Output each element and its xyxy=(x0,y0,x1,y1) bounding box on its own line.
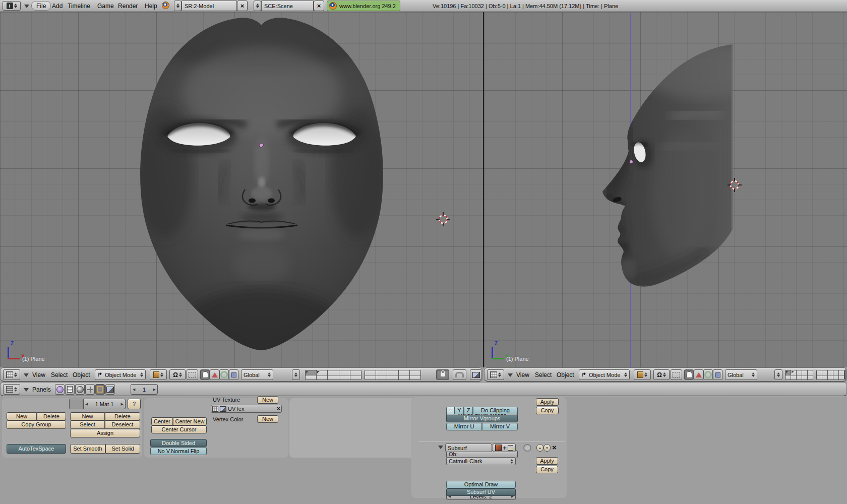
material-assign-button[interactable]: Assign xyxy=(70,429,140,437)
editor-type-button[interactable] xyxy=(3,369,20,380)
draw-type-dropdown[interactable] xyxy=(634,369,651,380)
modifier-move-up-button[interactable]: ▲ xyxy=(536,444,543,452)
autotexspace-toggle[interactable]: AutoTexSpace xyxy=(7,444,66,454)
menu-object[interactable]: Object xyxy=(557,371,574,379)
material-slot-spinner[interactable]: ◀ 1 Mat 1 ▶ xyxy=(83,399,126,409)
mirror-axis-x-toggle[interactable]: X xyxy=(446,407,455,414)
set-solid-button[interactable]: Set Solid xyxy=(105,444,140,454)
scale-manipulator-button[interactable] xyxy=(713,369,722,380)
menu-collapse-icon[interactable] xyxy=(24,373,29,377)
mirror-axis-z-toggle[interactable]: Z xyxy=(464,407,473,414)
no-vnormal-flip-toggle[interactable]: No V.Normal Flip xyxy=(150,447,207,455)
layer-spinner-button[interactable] xyxy=(774,369,782,380)
double-sided-toggle[interactable]: Double Sided xyxy=(150,439,207,447)
layer-spinner-button[interactable] xyxy=(292,369,300,380)
header-collapse-icon[interactable] xyxy=(24,5,29,8)
mirror-vgroups-toggle[interactable]: Mirror Vgroups xyxy=(446,415,518,422)
do-clipping-toggle[interactable]: Do Clipping xyxy=(473,407,518,414)
layer-buttons-group-1[interactable] xyxy=(305,370,361,380)
mode-dropdown[interactable]: Object Mode xyxy=(95,369,146,380)
vgroup-delete-button[interactable]: Delete xyxy=(37,412,66,420)
scene-selector[interactable]: SCE:Scene × xyxy=(254,1,324,11)
uv-texture-new-button[interactable]: New xyxy=(257,396,278,404)
modifier-delete-icon[interactable]: × xyxy=(552,443,557,452)
material-select-button[interactable]: Select xyxy=(70,420,105,429)
subsurf-type-dropdown[interactable]: Catmull-Clark xyxy=(446,457,516,465)
material-delete-button[interactable]: Delete xyxy=(105,412,140,420)
shading-context-button[interactable] xyxy=(75,384,85,395)
mirror-u-toggle[interactable]: Mirror U xyxy=(446,423,482,430)
modifier-move-down-button[interactable]: ▼ xyxy=(543,444,551,452)
buttons-page-spinner[interactable]: ◀ 1 ▶ xyxy=(131,384,158,395)
lock-layers-button[interactable] xyxy=(844,369,847,380)
panels-menu[interactable]: Panels xyxy=(32,386,51,393)
center-button[interactable]: Center xyxy=(151,417,173,425)
menu-view[interactable]: View xyxy=(516,371,529,379)
screen-selector[interactable]: SR:2-Model × xyxy=(174,1,248,11)
menu-timeline[interactable]: Timeline xyxy=(68,3,90,10)
material-deselect-button[interactable]: Deselect xyxy=(105,420,140,429)
object-context-button[interactable] xyxy=(85,384,95,395)
center-cursor-button[interactable]: Center Cursor xyxy=(151,425,207,433)
vertex-color-new-button[interactable]: New xyxy=(257,415,278,423)
screen-close-button[interactable]: × xyxy=(237,1,248,11)
spinner-right-icon[interactable]: ▶ xyxy=(153,388,156,392)
orientation-dropdown[interactable]: Global xyxy=(241,369,273,380)
subsurf-name-field[interactable]: Subsurf xyxy=(445,444,492,452)
orientation-dropdown[interactable]: Global xyxy=(725,369,757,380)
3d-viewport-right[interactable]: Z Y (1) Plane xyxy=(484,12,847,367)
script-context-button[interactable] xyxy=(65,384,75,395)
rotate-manipulator-button[interactable] xyxy=(219,369,229,380)
scene-name-field[interactable]: SCE:Scene xyxy=(261,1,314,11)
copy-group-button[interactable]: Copy Group xyxy=(7,420,66,429)
subsurf-display-toggles[interactable]: + xyxy=(493,444,516,452)
menu-game[interactable]: Game xyxy=(97,3,114,10)
optimal-draw-toggle[interactable]: Optimal Draw xyxy=(446,481,516,488)
material-help-button[interactable]: ? xyxy=(128,399,141,409)
subsurf-apply-button[interactable]: Apply xyxy=(536,457,558,465)
snap-button[interactable] xyxy=(453,369,466,380)
manipulator-toggle-button[interactable] xyxy=(200,369,210,380)
menu-object[interactable]: Object xyxy=(73,371,90,379)
menu-collapse-icon[interactable] xyxy=(508,373,513,377)
vgroup-new-button[interactable]: New xyxy=(7,412,37,420)
uvtex-name-row[interactable]: UVTex × xyxy=(211,405,282,413)
center-new-button[interactable]: Center New xyxy=(173,417,207,425)
editing-context-button[interactable] xyxy=(95,384,105,395)
manipulator-toggle-button[interactable] xyxy=(684,369,694,380)
subsurf-collapse-icon[interactable] xyxy=(438,446,443,449)
material-color-swatch[interactable] xyxy=(69,399,83,409)
pivot-dropdown[interactable]: Ω xyxy=(653,369,670,380)
menu-render[interactable]: Render xyxy=(118,3,138,10)
3d-viewport-left[interactable]: Z X (1) Plane xyxy=(0,12,483,367)
rotate-manipulator-button[interactable] xyxy=(703,369,713,380)
subsurf-uv-toggle[interactable]: Subsurf UV xyxy=(446,488,516,496)
subsurf-circle-button[interactable] xyxy=(523,444,531,452)
window-type-button[interactable]: i xyxy=(3,1,21,11)
mirror-apply-button[interactable]: Apply xyxy=(536,398,559,406)
scene-close-button[interactable]: × xyxy=(314,1,324,11)
render-preview-button[interactable] xyxy=(470,369,482,380)
material-new-button[interactable]: New xyxy=(70,412,105,420)
set-smooth-button[interactable]: Set Smooth xyxy=(70,444,105,454)
menu-collapse-icon[interactable] xyxy=(24,388,29,392)
menu-select[interactable]: Select xyxy=(535,371,552,379)
layer-buttons-group-2[interactable] xyxy=(365,370,421,380)
menu-add[interactable]: Add xyxy=(52,3,63,10)
translate-manipulator-button[interactable] xyxy=(694,369,703,380)
uvtex-delete-icon[interactable]: × xyxy=(277,405,280,412)
scale-manipulator-button[interactable] xyxy=(229,369,238,380)
translate-manipulator-button[interactable] xyxy=(210,369,219,380)
mode-dropdown[interactable]: Object Mode xyxy=(579,369,630,380)
lock-layers-button[interactable] xyxy=(436,369,449,380)
layer-buttons-group-1[interactable] xyxy=(785,370,813,380)
subsurf-copy-button[interactable]: Copy xyxy=(536,466,558,473)
screen-name-field[interactable]: SR:2-Model xyxy=(182,1,237,11)
manipulator-space-button[interactable] xyxy=(187,369,198,380)
mirror-copy-button[interactable]: Copy xyxy=(536,407,559,414)
pivot-dropdown[interactable]: Ω xyxy=(169,369,186,380)
editor-type-button[interactable] xyxy=(487,369,504,380)
draw-type-dropdown[interactable] xyxy=(150,369,167,380)
manipulator-space-button[interactable] xyxy=(671,369,682,380)
spinner-left-icon[interactable]: ◀ xyxy=(133,388,135,392)
